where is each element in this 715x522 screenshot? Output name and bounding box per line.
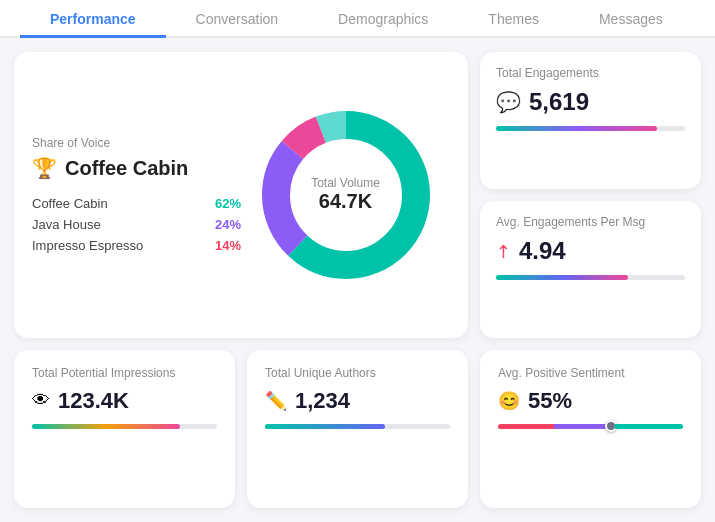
impressions-bar bbox=[32, 424, 217, 429]
svg-point-4 bbox=[300, 149, 392, 241]
share-title: Share of Voice bbox=[32, 136, 241, 150]
share-row-1: Java House 24% bbox=[32, 217, 241, 232]
main-content: Share of Voice 🏆 Coffee Cabin Coffee Cab… bbox=[0, 38, 715, 522]
tab-conversation[interactable]: Conversation bbox=[166, 3, 309, 38]
authors-bar-fill bbox=[265, 424, 385, 429]
avg-engagements-value: 4.94 bbox=[519, 237, 566, 265]
authors-bar bbox=[265, 424, 450, 429]
avg-engagements-card: Avg. Engagements Per Msg ↗ 4.94 bbox=[480, 201, 701, 338]
brand-name: Coffee Cabin bbox=[65, 157, 188, 180]
share-brand: 🏆 Coffee Cabin bbox=[32, 156, 241, 180]
sentiment-value-row: 😊 55% bbox=[498, 388, 683, 414]
eye-icon: 👁 bbox=[32, 390, 50, 411]
right-column: Total Engagements 💬 5,619 Avg. Engagemen… bbox=[480, 52, 701, 338]
engagements-title: Total Engagements bbox=[496, 66, 685, 80]
sentiment-bar-purple bbox=[554, 424, 610, 429]
authors-value: 1,234 bbox=[295, 388, 350, 414]
trophy-icon: 🏆 bbox=[32, 156, 57, 180]
impressions-value: 123.4K bbox=[58, 388, 129, 414]
avg-engagements-value-row: ↗ 4.94 bbox=[496, 237, 685, 265]
smile-icon: 😊 bbox=[498, 390, 520, 412]
share-row-2: Impresso Espresso 14% bbox=[32, 238, 241, 253]
chat-icon: 💬 bbox=[496, 90, 521, 114]
impressions-bar-fill bbox=[32, 424, 180, 429]
tab-demographics[interactable]: Demographics bbox=[308, 3, 458, 38]
share-rows: Coffee Cabin 62% Java House 24% Impresso… bbox=[32, 196, 241, 253]
share-pct-0: 62% bbox=[215, 196, 241, 211]
engagements-bar bbox=[496, 126, 685, 131]
sentiment-value: 55% bbox=[528, 388, 572, 414]
tab-performance[interactable]: Performance bbox=[20, 3, 166, 38]
impressions-title: Total Potential Impressions bbox=[32, 366, 217, 380]
impressions-card: Total Potential Impressions 👁 123.4K bbox=[14, 350, 235, 509]
engagements-value-row: 💬 5,619 bbox=[496, 88, 685, 116]
arrow-up-icon: ↗ bbox=[490, 238, 516, 264]
authors-card: Total Unique Authors ✏️ 1,234 bbox=[247, 350, 468, 509]
pencil-icon: ✏️ bbox=[265, 390, 287, 412]
share-label-2: Impresso Espresso bbox=[32, 238, 143, 253]
share-pct-2: 14% bbox=[215, 238, 241, 253]
impressions-value-row: 👁 123.4K bbox=[32, 388, 217, 414]
sentiment-bar-teal bbox=[615, 424, 683, 429]
avg-engagements-title: Avg. Engagements Per Msg bbox=[496, 215, 685, 229]
avg-engagements-bar-fill bbox=[496, 275, 628, 280]
share-pct-1: 24% bbox=[215, 217, 241, 232]
share-label-0: Coffee Cabin bbox=[32, 196, 108, 211]
tab-messages[interactable]: Messages bbox=[569, 3, 693, 38]
sentiment-bar bbox=[498, 424, 683, 429]
tab-bar: Performance Conversation Demographics Th… bbox=[0, 0, 715, 38]
donut-chart: Total Volume 64.7K bbox=[241, 100, 450, 290]
authors-value-row: ✏️ 1,234 bbox=[265, 388, 450, 414]
sentiment-card: Avg. Positive Sentiment 😊 55% bbox=[480, 350, 701, 509]
tab-themes[interactable]: Themes bbox=[458, 3, 569, 38]
avg-engagements-bar bbox=[496, 275, 685, 280]
share-of-voice-card: Share of Voice 🏆 Coffee Cabin Coffee Cab… bbox=[14, 52, 468, 338]
sentiment-title: Avg. Positive Sentiment bbox=[498, 366, 683, 380]
engagements-value: 5,619 bbox=[529, 88, 589, 116]
share-left-panel: Share of Voice 🏆 Coffee Cabin Coffee Cab… bbox=[32, 136, 241, 253]
donut-svg bbox=[251, 100, 441, 290]
engagements-bar-fill bbox=[496, 126, 657, 131]
total-engagements-card: Total Engagements 💬 5,619 bbox=[480, 52, 701, 189]
authors-title: Total Unique Authors bbox=[265, 366, 450, 380]
sentiment-bar-red bbox=[498, 424, 554, 429]
share-label-1: Java House bbox=[32, 217, 101, 232]
share-row-0: Coffee Cabin 62% bbox=[32, 196, 241, 211]
